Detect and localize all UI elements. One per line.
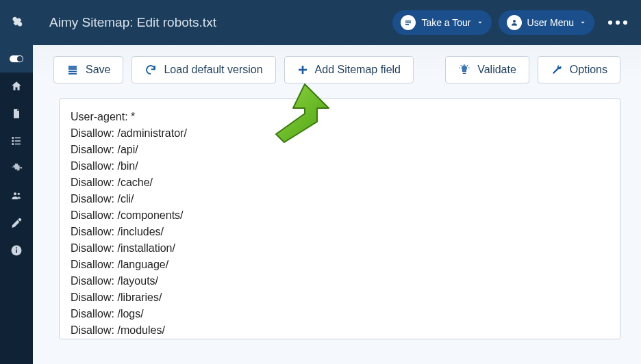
load-default-button[interactable]: Load default version (131, 56, 275, 83)
page-title: Aimy Sitemap: Edit robots.txt (49, 15, 386, 30)
wrench-icon (551, 64, 563, 76)
user-menu-button[interactable]: User Menu (499, 10, 594, 35)
svg-rect-19 (463, 73, 466, 75)
chevron-down-icon (477, 19, 483, 26)
robots-txt-editor[interactable] (59, 99, 620, 339)
svg-rect-7 (15, 138, 21, 139)
validate-label: Validate (477, 64, 516, 76)
load-default-label: Load default version (164, 64, 262, 76)
take-tour-button[interactable]: Take a Tour (392, 10, 491, 35)
svg-rect-15 (16, 250, 17, 253)
svg-rect-9 (15, 140, 21, 142)
user-icon (507, 15, 522, 30)
header-bar: Aimy Sitemap: Edit robots.txt Take a Tou… (0, 0, 641, 45)
refresh-icon (144, 64, 157, 76)
svg-point-16 (16, 247, 17, 248)
save-button[interactable]: Save (53, 56, 123, 83)
lightbulb-icon (458, 64, 470, 76)
svg-point-8 (12, 140, 14, 142)
sidebar-item-menus[interactable] (0, 127, 33, 155)
take-tour-label: Take a Tour (421, 17, 470, 28)
svg-point-5 (17, 56, 23, 62)
more-menu-button[interactable] (608, 21, 627, 25)
options-label: Options (570, 64, 607, 76)
svg-point-10 (12, 143, 14, 145)
svg-rect-0 (405, 21, 411, 22)
validate-button[interactable]: Validate (445, 56, 529, 83)
user-menu-label: User Menu (527, 17, 574, 28)
sidebar-item-help[interactable] (0, 237, 33, 264)
save-label: Save (86, 64, 110, 76)
options-button[interactable]: Options (538, 56, 620, 83)
svg-point-3 (513, 20, 516, 23)
add-sitemap-button[interactable]: Add Sitemap field (284, 56, 414, 83)
save-icon (66, 64, 79, 76)
joomla-logo (0, 0, 33, 45)
svg-rect-18 (299, 69, 307, 71)
svg-point-12 (14, 192, 16, 195)
plus-icon (297, 64, 308, 75)
sidebar-item-system[interactable] (0, 209, 33, 237)
chevron-down-icon (579, 19, 586, 26)
toolbar: Save Load default version Add Sitemap fi… (33, 45, 641, 99)
content-area (33, 99, 641, 356)
tour-icon (401, 15, 416, 30)
sidebar-item-content[interactable] (0, 100, 33, 127)
svg-rect-1 (405, 23, 411, 24)
add-sitemap-label: Add Sitemap field (315, 64, 401, 76)
sidebar-item-home[interactable] (0, 73, 33, 100)
main-area: Save Load default version Add Sitemap fi… (33, 45, 641, 364)
sidebar-toggle[interactable] (0, 45, 33, 73)
sidebar-item-components[interactable] (0, 155, 33, 182)
svg-rect-2 (405, 24, 409, 25)
svg-point-13 (18, 193, 20, 195)
sidebar (0, 45, 33, 364)
svg-point-6 (12, 137, 14, 139)
sidebar-item-users[interactable] (0, 182, 33, 209)
svg-rect-11 (15, 144, 21, 145)
